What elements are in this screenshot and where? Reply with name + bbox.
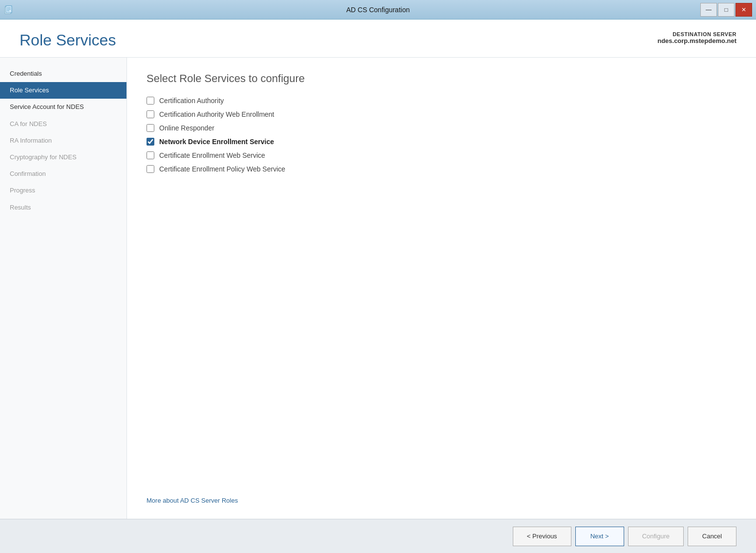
title-bar-left: [4, 5, 14, 15]
label-cert-authority[interactable]: Certification Authority: [159, 97, 224, 105]
sidebar-item-service-account[interactable]: Service Account for NDES: [0, 99, 126, 115]
label-cert-authority-web[interactable]: Certification Authority Web Enrollment: [159, 110, 274, 118]
sidebar-item-confirmation: Confirmation: [0, 166, 126, 182]
window-title: AD CS Configuration: [346, 6, 410, 14]
label-online-responder[interactable]: Online Responder: [159, 124, 214, 132]
sidebar-item-ra-info: RA Information: [0, 132, 126, 149]
sidebar-item-credentials[interactable]: Credentials: [0, 65, 126, 82]
sidebar-item-results: Results: [0, 199, 126, 216]
service-item-cert-enrollment-policy: Certificate Enrollment Policy Web Servic…: [147, 165, 736, 173]
window-body: Role Services DESTINATION SERVER ndes.co…: [0, 20, 756, 553]
destination-server-value: ndes.corp.mstepdemo.net: [657, 37, 736, 44]
sidebar-item-progress: Progress: [0, 182, 126, 199]
main-panel: Select Role Services to configure Certif…: [127, 58, 756, 519]
service-item-cert-authority: Certification Authority: [147, 97, 736, 105]
minimize-button[interactable]: —: [700, 3, 717, 17]
window-header: Role Services DESTINATION SERVER ndes.co…: [0, 20, 756, 58]
close-button[interactable]: ✕: [735, 3, 752, 17]
checkbox-cert-authority[interactable]: [147, 97, 154, 105]
page-title: Role Services: [20, 31, 116, 49]
destination-server-info: DESTINATION SERVER ndes.corp.mstepdemo.n…: [657, 31, 736, 44]
service-item-cert-enrollment-web: Certificate Enrollment Web Service: [147, 151, 736, 159]
checkbox-cert-authority-web[interactable]: [147, 110, 154, 118]
app-icon: [4, 5, 14, 15]
services-list: Certification AuthorityCertification Aut…: [147, 97, 736, 173]
panel-title: Select Role Services to configure: [147, 72, 736, 85]
service-item-online-responder: Online Responder: [147, 124, 736, 132]
label-ndes[interactable]: Network Device Enrollment Service: [159, 138, 274, 146]
maximize-button[interactable]: □: [718, 3, 735, 17]
checkbox-online-responder[interactable]: [147, 124, 154, 132]
service-item-cert-authority-web: Certification Authority Web Enrollment: [147, 110, 736, 118]
footer: < Previous Next > Configure Cancel: [0, 519, 756, 553]
label-cert-enrollment-policy[interactable]: Certificate Enrollment Policy Web Servic…: [159, 165, 285, 173]
configure-button[interactable]: Configure: [628, 527, 684, 546]
window-controls: — □ ✕: [700, 3, 752, 17]
sidebar-nav: CredentialsRole ServicesService Account …: [0, 58, 127, 519]
more-about-link[interactable]: More about AD CS Server Roles: [147, 487, 736, 504]
checkbox-ndes[interactable]: [147, 138, 154, 146]
content-area: CredentialsRole ServicesService Account …: [0, 58, 756, 519]
checkbox-cert-enrollment-policy[interactable]: [147, 165, 154, 173]
next-button[interactable]: Next >: [575, 527, 624, 546]
sidebar-item-ca-ndes: CA for NDES: [0, 116, 126, 132]
checkbox-cert-enrollment-web[interactable]: [147, 151, 154, 159]
sidebar-item-role-services[interactable]: Role Services: [0, 82, 126, 99]
label-cert-enrollment-web[interactable]: Certificate Enrollment Web Service: [159, 151, 265, 159]
cancel-button[interactable]: Cancel: [688, 527, 736, 546]
title-bar: AD CS Configuration — □ ✕: [0, 0, 756, 20]
destination-server-label: DESTINATION SERVER: [657, 31, 736, 37]
service-item-ndes: Network Device Enrollment Service: [147, 138, 736, 146]
sidebar-item-cryptography: Cryptography for NDES: [0, 149, 126, 166]
previous-button[interactable]: < Previous: [513, 527, 571, 546]
